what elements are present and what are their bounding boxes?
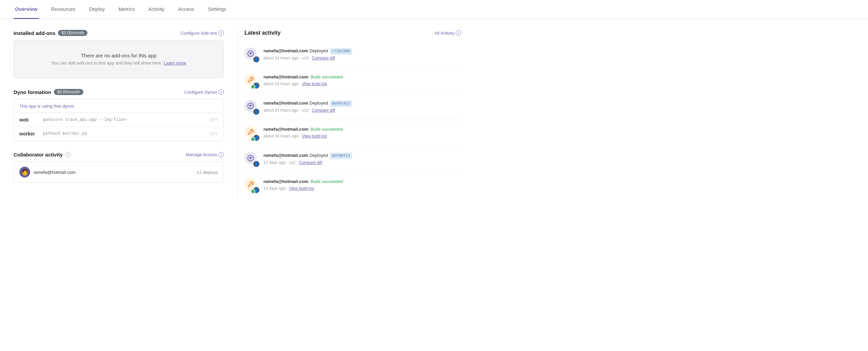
addons-empty-title: There are no add-ons for this app xyxy=(21,53,217,58)
activity-icon-wrap: 👤✓ xyxy=(244,178,259,193)
collaborators-title-group: Collaborator activity i xyxy=(14,152,71,158)
build-success-check: ✓ xyxy=(251,85,255,89)
nav-activity[interactable]: Activity xyxy=(147,0,166,19)
activity-body: ramefa@hotmail.com Deployed 0df08f1213 d… xyxy=(263,152,461,165)
activity-body: ramefa@hotmail.com Deployed c72b1d00abou… xyxy=(263,48,461,60)
collaborators-title: Collaborator activity xyxy=(14,152,63,158)
view-build-log-link[interactable]: View build log xyxy=(302,81,327,86)
view-build-log-link[interactable]: View build log xyxy=(289,186,314,191)
navigation: Overview Resources Deploy Metrics Activi… xyxy=(0,0,868,19)
collaborators-header: Collaborator activity i Manage Access + xyxy=(14,152,224,158)
left-column: Installed add-ons $0.00/month Configure … xyxy=(14,30,237,198)
dyno-row-worker: worker python3 bot/bot.py OFF xyxy=(14,127,223,141)
nav-deploy[interactable]: Deploy xyxy=(87,0,106,19)
activity-item: 👤✓ramefa@hotmail.com: Build succeeded13 … xyxy=(244,173,461,198)
activity-list: 👤ramefa@hotmail.com Deployed c72b1d00abo… xyxy=(244,43,461,198)
dyno-web-cmd: gunicorn track_api:app --log-file=- xyxy=(43,117,209,122)
build-success-check: ✓ xyxy=(251,189,255,194)
main-content: Installed add-ons $0.00/month Configure … xyxy=(0,19,475,209)
activity-meta: about 24 hours ago · v13 · Compare diff xyxy=(263,108,461,113)
dynos-price-badge: $0.00/month xyxy=(54,89,83,95)
nav-overview[interactable]: Overview xyxy=(14,0,39,19)
activity-description: ramefa@hotmail.com: Build succeeded xyxy=(263,74,461,80)
activity-icon-wrap: 👤 xyxy=(244,100,259,115)
addons-title-group: Installed add-ons $0.00/month xyxy=(14,30,87,36)
activity-item: 👤✓ramefa@hotmail.com: Build succeededabo… xyxy=(244,69,461,94)
dynos-title-group: Dyno formation $0.00/month xyxy=(14,89,83,95)
collaborator-deploys: 11 deploys xyxy=(197,170,218,175)
activity-avatar: 👤 xyxy=(253,160,260,168)
activity-description: ramefa@hotmail.com Deployed 8eb01422 xyxy=(263,100,461,107)
activity-item: 👤ramefa@hotmail.com Deployed c72b1d00abo… xyxy=(244,43,461,68)
collaborator-email: ramefa@hotmail.com xyxy=(34,170,76,175)
activity-icon-wrap: 👤 xyxy=(244,48,259,62)
dyno-web-status: OFF xyxy=(209,117,218,123)
dyno-row-web: web gunicorn track_api:app --log-file=- … xyxy=(14,113,223,127)
compare-diff-link[interactable]: Compare diff xyxy=(299,160,322,165)
dyno-web-name: web xyxy=(19,117,43,123)
info-icon[interactable]: i xyxy=(65,152,71,158)
dynos-section: Dyno formation $0.00/month Configure Dyn… xyxy=(14,89,224,141)
collaborator-box: 🧑 ramefa@hotmail.com 11 deploys xyxy=(14,162,224,183)
activity-body: ramefa@hotmail.com Deployed 8eb01422abou… xyxy=(263,100,461,113)
view-build-log-link[interactable]: View build log xyxy=(302,134,327,138)
configure-dynos-icon: + xyxy=(218,89,224,95)
activity-meta: 13 days ago · v12 · Compare diff xyxy=(263,160,461,165)
nav-metrics[interactable]: Metrics xyxy=(117,0,136,19)
build-success-check: ✓ xyxy=(251,137,255,142)
activity-description: ramefa@hotmail.com Deployed c72b1d00 xyxy=(263,48,461,55)
activity-item: 👤ramefa@hotmail.com Deployed 8eb01422abo… xyxy=(244,95,461,120)
activity-body: ramefa@hotmail.com: Build succeeded13 da… xyxy=(263,178,461,191)
addons-section: Installed add-ons $0.00/month Configure … xyxy=(14,30,224,78)
addons-empty-box: There are no add-ons for this app You ca… xyxy=(14,40,224,78)
activity-title: Latest activity xyxy=(244,30,281,36)
compare-diff-link[interactable]: Compare diff xyxy=(312,108,335,113)
activity-meta: about 24 hours ago · View build log xyxy=(263,134,461,138)
activity-icon-wrap: 👤✓ xyxy=(244,126,259,141)
right-column: Latest activity All Activity + 👤ramefa@h… xyxy=(237,30,461,198)
all-activity-label: All Activity xyxy=(434,31,454,36)
collaborators-section: Collaborator activity i Manage Access + … xyxy=(14,152,224,183)
learn-more-link[interactable]: Learn more xyxy=(164,60,186,66)
activity-header: Latest activity All Activity + xyxy=(244,30,461,36)
activity-meta: about 24 hours ago · v14 · Compare diff xyxy=(263,56,461,60)
compare-diff-link[interactable]: Compare diff xyxy=(312,56,335,60)
activity-body: ramefa@hotmail.com: Build succeededabout… xyxy=(263,126,461,138)
all-activity-link[interactable]: All Activity + xyxy=(434,30,461,36)
manage-access-icon: + xyxy=(218,152,224,158)
configure-addons-link[interactable]: Configure Add-ons + xyxy=(180,30,224,36)
activity-item: 👤ramefa@hotmail.com Deployed 0df08f1213 … xyxy=(244,147,461,172)
avatar-icon: 🧑 xyxy=(21,168,28,176)
configure-addons-icon: + xyxy=(218,30,224,36)
dynos-box: This app is using free dynos web gunicor… xyxy=(14,99,224,141)
collaborator-user: 🧑 ramefa@hotmail.com xyxy=(19,167,76,178)
dyno-worker-cmd: python3 bot/bot.py xyxy=(43,131,209,136)
addons-empty-sub: You can add add-ons to this app and they… xyxy=(21,60,217,66)
activity-icon-wrap: 👤✓ xyxy=(244,74,259,89)
configure-addons-label: Configure Add-ons xyxy=(180,31,217,36)
nav-resources[interactable]: Resources xyxy=(50,0,77,19)
addons-header: Installed add-ons $0.00/month Configure … xyxy=(14,30,224,36)
dyno-worker-status: OFF xyxy=(209,131,218,136)
dynos-title: Dyno formation xyxy=(14,89,51,95)
dynos-header: Dyno formation $0.00/month Configure Dyn… xyxy=(14,89,224,95)
configure-dynos-link[interactable]: Configure Dynos + xyxy=(184,89,224,95)
activity-body: ramefa@hotmail.com: Build succeededabout… xyxy=(263,74,461,86)
manage-access-label: Manage Access xyxy=(186,152,217,157)
manage-access-link[interactable]: Manage Access + xyxy=(186,152,224,158)
addons-price-badge: $0.00/month xyxy=(58,30,87,36)
activity-description: ramefa@hotmail.com Deployed 0df08f12 xyxy=(263,152,461,159)
nav-settings[interactable]: Settings xyxy=(206,0,228,19)
activity-avatar: 👤 xyxy=(253,56,260,63)
activity-icon-wrap: 👤 xyxy=(244,152,259,167)
activity-item: 👤✓ramefa@hotmail.com: Build succeededabo… xyxy=(244,121,461,146)
activity-meta: 13 days ago · View build log xyxy=(263,186,461,191)
nav-access[interactable]: Access xyxy=(177,0,196,19)
addons-title: Installed add-ons xyxy=(14,30,55,36)
activity-avatar: 👤 xyxy=(253,108,260,115)
dyno-worker-name: worker xyxy=(19,131,43,136)
addons-empty-sub-text: You can add add-ons to this app and they… xyxy=(51,60,162,66)
avatar: 🧑 xyxy=(19,167,30,178)
activity-meta: about 24 hours ago · View build log xyxy=(263,81,461,86)
activity-description: ramefa@hotmail.com: Build succeeded xyxy=(263,178,461,185)
